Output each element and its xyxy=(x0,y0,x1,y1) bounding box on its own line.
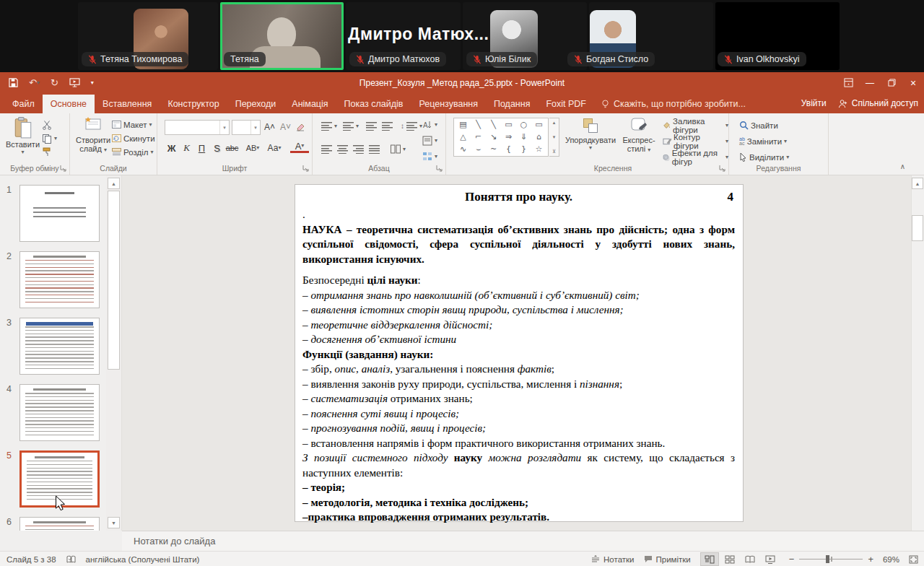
gallery-more-icon[interactable]: ⊻ xyxy=(552,149,556,154)
shape-icon[interactable]: ⇒ xyxy=(505,131,512,143)
shape-icon[interactable]: ↘ xyxy=(490,131,497,143)
ribbon-tab[interactable]: Показ слайдів xyxy=(336,95,411,113)
shape-icon[interactable]: ⌐ xyxy=(475,131,481,143)
ribbon-tab[interactable]: Основне xyxy=(43,95,95,113)
arrange-button[interactable]: Упорядкувати ▾ xyxy=(565,117,616,150)
slide-thumbnail-row[interactable]: 1 xyxy=(0,185,106,242)
line-spacing-button[interactable]: ↕▾ xyxy=(401,119,422,133)
scroll-down-icon[interactable]: ▼ xyxy=(108,517,120,528)
increase-indent-button[interactable] xyxy=(382,119,393,133)
align-left-button[interactable] xyxy=(321,142,332,156)
slide-thumbnail[interactable] xyxy=(19,318,100,375)
align-text-button[interactable]: ▾ xyxy=(422,134,437,147)
scroll-up-icon[interactable]: ▴ xyxy=(553,120,556,126)
zoom-slider[interactable] xyxy=(799,559,863,560)
numbered-list-button[interactable]: ▾ xyxy=(343,119,359,133)
reading-view-button[interactable] xyxy=(741,552,759,566)
quick-styles-button[interactable]: Експрес-стилі ▾ xyxy=(618,117,660,153)
ribbon-display-options-icon[interactable] xyxy=(837,72,859,93)
notes-pane[interactable]: Нотатки до слайда xyxy=(122,531,924,551)
ribbon-tab[interactable]: Файл xyxy=(4,95,43,113)
slide-editor-canvas[interactable]: Поняття про науку. 4 .НАУКА – теоретична… xyxy=(122,175,911,531)
slide-thumbnail[interactable] xyxy=(19,251,100,308)
spellcheck-icon[interactable] xyxy=(66,555,76,564)
zoom-in-button[interactable]: + xyxy=(868,554,873,565)
shape-effects-button[interactable]: Ефекти для фігур▾ xyxy=(663,150,728,164)
ribbon-tab[interactable]: Анімація xyxy=(284,95,336,113)
drawing-dialog-launcher-icon[interactable] xyxy=(719,165,726,172)
replace-button[interactable]: abacЗамінити▾ xyxy=(739,134,787,148)
select-button[interactable]: Виділити▾ xyxy=(739,150,789,164)
shape-icon[interactable]: ○ xyxy=(520,119,528,131)
ribbon-tab[interactable]: Подання xyxy=(486,95,538,113)
scroll-up-icon[interactable]: ▲ xyxy=(108,178,120,189)
shape-icon[interactable]: ⇓ xyxy=(520,131,527,143)
justify-button[interactable] xyxy=(369,142,380,156)
columns-button[interactable]: ▾ xyxy=(391,142,406,156)
text-direction-button[interactable]: A▾ xyxy=(422,118,437,131)
copy-button[interactable]: ▾ xyxy=(42,131,57,145)
shape-icon[interactable]: ⌣ xyxy=(476,144,481,155)
ribbon-tab[interactable]: Конструктор xyxy=(160,95,227,113)
ribbon-tab[interactable]: Рецензування xyxy=(411,95,485,113)
close-button[interactable]: × xyxy=(902,72,924,93)
fit-slide-to-window-icon[interactable] xyxy=(909,555,918,564)
notes-toggle[interactable]: Нотатки xyxy=(591,555,634,564)
format-painter-button[interactable] xyxy=(42,145,52,159)
font-size-combobox[interactable]: ▾ xyxy=(232,120,261,135)
zoom-out-button[interactable]: − xyxy=(789,554,795,565)
strikethrough-button[interactable]: abc xyxy=(225,141,239,155)
share-button[interactable]: Спільний доступ xyxy=(838,98,918,108)
zoom-slider-thumb[interactable] xyxy=(826,555,829,563)
ribbon-tab[interactable]: Foxit PDF xyxy=(538,95,594,113)
shape-icon[interactable]: ╲ xyxy=(476,119,481,131)
ribbon-tab[interactable]: Переходи xyxy=(227,95,284,113)
shape-fill-button[interactable]: Заливка фігури▾ xyxy=(663,118,728,132)
align-center-button[interactable] xyxy=(337,142,348,156)
scroll-down-icon[interactable]: ▾ xyxy=(553,134,556,140)
shapes-gallery-scrollbar[interactable]: ▴▾⊻ xyxy=(549,118,559,157)
underline-button[interactable]: П xyxy=(195,141,209,155)
clear-formatting-button[interactable] xyxy=(296,120,305,134)
slide-thumbnail[interactable] xyxy=(19,185,100,242)
character-spacing-button[interactable]: АВ▾ xyxy=(242,141,263,155)
zoom-percentage[interactable]: 69% xyxy=(883,555,899,564)
slide-thumbnail-row[interactable]: 2 xyxy=(0,251,106,308)
font-color-button[interactable]: А▾ xyxy=(290,141,309,153)
find-button[interactable]: Знайти xyxy=(739,118,778,132)
italic-button[interactable]: К xyxy=(180,141,193,155)
minimize-button[interactable]: — xyxy=(859,72,881,93)
font-name-combobox[interactable]: ▾ xyxy=(165,120,230,135)
slide-sorter-view-button[interactable] xyxy=(720,552,739,566)
thumbnail-scrollbar[interactable]: ▲ ▼ xyxy=(106,175,122,531)
bullet-list-button[interactable]: ▾ xyxy=(321,119,337,133)
comments-toggle[interactable]: Примітки xyxy=(644,555,691,564)
shape-outline-button[interactable]: Контур фігури▾ xyxy=(663,134,728,148)
shape-icon[interactable]: ∿ xyxy=(460,144,466,155)
text-shadow-button[interactable]: S xyxy=(210,141,224,155)
section-button[interactable]: Розділ▾ xyxy=(112,145,153,159)
shape-icon[interactable]: ~ xyxy=(490,144,497,155)
scrollbar-thumb[interactable] xyxy=(108,191,120,370)
sign-in-button[interactable]: Увійти xyxy=(801,98,827,108)
editor-vertical-scrollbar[interactable]: ▲ xyxy=(911,175,924,531)
shape-icon[interactable]: ⌂ xyxy=(536,131,541,143)
collapse-ribbon-icon[interactable]: ∧ xyxy=(900,162,905,170)
slide-thumbnail-row[interactable]: 6 xyxy=(0,517,106,531)
align-right-button[interactable] xyxy=(353,142,364,156)
shape-icon[interactable]: ☆ xyxy=(536,144,543,155)
shapes-gallery[interactable]: ▤╲╲▭○▭△⌐↘⇒⇓⌂∿⌣~{}☆ xyxy=(453,118,549,157)
slide-canvas[interactable]: Поняття про науку. 4 .НАУКА – теоретична… xyxy=(295,184,744,522)
restore-button[interactable] xyxy=(881,72,902,93)
slide-thumbnail-row[interactable]: 4 xyxy=(0,384,106,441)
ribbon-tab[interactable]: Вставлення xyxy=(95,95,160,113)
slide-thumbnail[interactable] xyxy=(19,517,100,531)
shape-icon[interactable]: △ xyxy=(460,131,466,143)
change-case-button[interactable]: Аа▾ xyxy=(265,141,284,155)
decrease-indent-button[interactable] xyxy=(366,119,377,133)
shape-icon[interactable]: ▭ xyxy=(505,119,512,131)
normal-view-button[interactable] xyxy=(700,552,719,566)
scrollbar-thumb[interactable] xyxy=(912,215,923,241)
slide-thumbnail-row[interactable]: 3 xyxy=(0,318,106,375)
shape-icon[interactable]: ▤ xyxy=(459,119,466,131)
